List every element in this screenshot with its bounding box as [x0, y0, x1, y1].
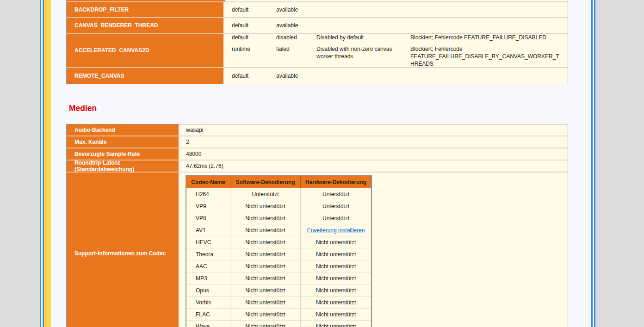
media-info-label: Max. Kanäle: [67, 136, 180, 148]
media-info-row: Bevorzugte Sample-Rate48000: [67, 148, 568, 160]
feature-label: BACKDROP_FILTER: [67, 2, 224, 18]
hardware-decoding-cell: Unterstützt: [301, 212, 371, 224]
media-info-rows: Audio-BackendwasapiMax. Kanäle2Bevorzugt…: [67, 124, 568, 173]
entry-status-cell: disabled: [269, 34, 309, 41]
graphics-rows: BACKDROP_FILTERdefaultavailableCANVAS_RE…: [67, 2, 568, 84]
feature-row: CANVAS_RENDERER_THREADdefaultavailable: [67, 18, 568, 34]
entry-type-cell: runtime: [224, 45, 269, 53]
hardware-decoding-cell: Nicht unterstützt: [301, 308, 371, 320]
codec-row: VorbisNicht unterstütztNicht unterstützt: [186, 296, 371, 308]
hardware-decoding-cell: Erweiterung installieren: [301, 224, 371, 236]
feature-label: REMOTE_CANVAS: [67, 68, 224, 84]
codec-row: AACNicht unterstütztNicht unterstützt: [186, 260, 371, 272]
entry-type-cell: default: [224, 22, 269, 29]
feature-entries: defaultavailable: [224, 2, 568, 18]
media-section-heading: Medien: [69, 104, 97, 113]
feature-row: BACKDROP_FILTERdefaultavailable: [67, 2, 568, 18]
codec-name-cell: AV1: [186, 224, 230, 236]
entry-status-cell: available: [269, 22, 309, 29]
right-edge-stripe-blue-outer: [594, 0, 595, 327]
software-decoding-cell: Nicht unterstützt: [230, 296, 301, 308]
entry-type-cell: default: [224, 34, 269, 41]
codec-table-header-hardware: Hardware-Dekodierung: [301, 176, 371, 188]
media-info-label: Roundtrip-Latenz (Standardabweichung): [67, 160, 180, 173]
feature-row: ACCELERATED_CANVAS2DdefaultdisabledDisab…: [67, 34, 568, 68]
feature-entry: defaultavailable: [224, 22, 568, 29]
feature-entry: defaultdisabledDisabled by defaultBlocki…: [224, 34, 568, 41]
feature-label: ACCELERATED_CANVAS2D: [67, 34, 224, 68]
codec-row: MP3Nicht unterstütztNicht unterstützt: [186, 272, 371, 284]
hardware-decoding-cell: Nicht unterstützt: [301, 321, 371, 327]
media-info-value: wasapi: [180, 124, 568, 136]
entry-status-cell: failed: [269, 45, 309, 53]
media-info-table: Audio-BackendwasapiMax. Kanäle2Bevorzugt…: [66, 124, 568, 327]
hardware-decoding-cell: Nicht unterstützt: [301, 248, 371, 260]
codec-support-label: Support-Informationen zum Codec: [67, 173, 180, 327]
codec-row: WaveNicht unterstütztNicht unterstützt: [186, 321, 371, 327]
codec-table-header-name: Codec-Name: [186, 176, 230, 188]
media-info-label: Audio-Backend: [67, 124, 180, 136]
codec-support-value-area: Codec-Name Software-Dekodierung Hardware…: [180, 173, 568, 327]
media-info-label: Bevorzugte Sample-Rate: [67, 148, 180, 160]
codec-name-cell: VP8: [186, 212, 230, 224]
software-decoding-cell: Nicht unterstützt: [230, 260, 301, 272]
media-info-row: Audio-Backendwasapi: [67, 124, 568, 136]
codec-table-header-software: Software-Dekodierung: [230, 176, 301, 188]
media-info-value: 47.62ms (2.76): [180, 160, 568, 173]
software-decoding-cell: Nicht unterstützt: [230, 236, 301, 248]
hardware-decoding-cell: Nicht unterstützt: [301, 272, 371, 284]
install-extension-link[interactable]: Erweiterung installieren: [307, 227, 365, 234]
media-info-row: Max. Kanäle2: [67, 136, 568, 148]
software-decoding-cell: Nicht unterstützt: [230, 224, 301, 236]
hardware-decoding-cell: Nicht unterstützt: [301, 284, 371, 296]
codec-row: TheoraNicht unterstütztNicht unterstützt: [186, 248, 371, 260]
codec-name-cell: MP3: [186, 272, 230, 284]
hardware-decoding-cell: Nicht unterstützt: [301, 296, 371, 308]
codec-row: VP8Nicht unterstütztUnterstützt: [186, 212, 371, 224]
codec-name-cell: Vorbis: [186, 296, 230, 308]
entry-type-cell: default: [224, 6, 269, 13]
media-info-value: 2: [180, 136, 568, 148]
entry-message-cell: Disabled with non-zero canvas worker thr…: [309, 45, 404, 60]
codec-name-cell: FLAC: [186, 308, 230, 320]
hardware-decoding-cell: Unterstützt: [301, 188, 371, 200]
software-decoding-cell: Nicht unterstützt: [230, 321, 301, 327]
feature-entry: runtimefailedDisabled with non-zero canv…: [224, 45, 568, 68]
codec-row: OpusNicht unterstütztNicht unterstützt: [186, 284, 371, 296]
software-decoding-cell: Unterstützt: [230, 188, 301, 200]
software-decoding-cell: Nicht unterstützt: [230, 308, 301, 320]
codec-support-table: Codec-Name Software-Dekodierung Hardware…: [186, 175, 372, 327]
codec-name-cell: H264: [186, 188, 230, 200]
entry-status-cell: available: [269, 72, 309, 80]
software-decoding-cell: Nicht unterstützt: [230, 284, 301, 296]
codec-support-row: Support-Informationen zum Codec Codec-Na…: [67, 173, 568, 327]
entry-failure-cell: Blockiert; Fehlercode FEATURE_FAILURE_DI…: [404, 34, 568, 41]
feature-entry: defaultavailable: [224, 6, 568, 13]
feature-label: CANVAS_RENDERER_THREAD: [67, 18, 224, 34]
codec-name-cell: VP9: [186, 200, 230, 212]
software-decoding-cell: Nicht unterstützt: [230, 200, 301, 212]
feature-entries: defaultdisabledDisabled by defaultBlocki…: [224, 34, 568, 68]
codec-row: AV1Nicht unterstütztErweiterung installi…: [186, 224, 371, 236]
software-decoding-cell: Nicht unterstützt: [230, 248, 301, 260]
codec-row: VP9Nicht unterstütztUnterstützt: [186, 200, 371, 212]
codec-name-cell: AAC: [186, 260, 230, 272]
software-decoding-cell: Nicht unterstützt: [230, 212, 301, 224]
codec-row: HEVCNicht unterstütztNicht unterstützt: [186, 236, 371, 248]
codec-row: H264UnterstütztUnterstützt: [186, 188, 371, 200]
software-decoding-cell: Nicht unterstützt: [230, 272, 301, 284]
codec-table-body: H264UnterstütztUnterstütztVP9Nicht unter…: [186, 188, 371, 327]
codec-name-cell: HEVC: [186, 236, 230, 248]
media-info-row: Roundtrip-Latenz (Standardabweichung)47.…: [67, 160, 568, 173]
codec-name-cell: Theora: [186, 248, 230, 260]
codec-name-cell: Wave: [186, 321, 230, 327]
hardware-decoding-cell: Nicht unterstützt: [301, 260, 371, 272]
feature-row: REMOTE_CANVASdefaultavailable: [67, 68, 568, 84]
feature-entry: defaultavailable: [224, 72, 568, 80]
codec-row: FLACNicht unterstütztNicht unterstützt: [186, 308, 371, 321]
entry-type-cell: default: [224, 72, 269, 80]
entry-failure-cell: Blockiert; Fehlercode FEATURE_FAILURE_DI…: [404, 45, 568, 68]
left-edge-stripe-yellow: [44, 0, 51, 327]
feature-entries: defaultavailable: [224, 68, 568, 84]
hardware-decoding-cell: Nicht unterstützt: [301, 236, 371, 248]
